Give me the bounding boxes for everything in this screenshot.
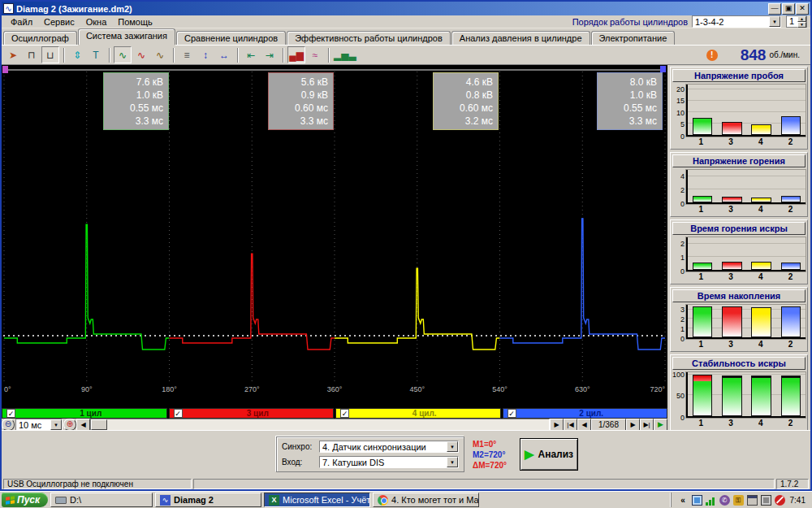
warning-icon: ! xyxy=(706,50,718,61)
chevron-down-icon[interactable]: ▼ xyxy=(447,441,458,452)
plot-area xyxy=(686,305,806,339)
pulse-dual-icon[interactable]: ∿ xyxy=(151,46,169,63)
edge-falling-icon[interactable]: ⊔ xyxy=(41,46,59,63)
menu-windows[interactable]: Окна xyxy=(80,16,113,28)
network-signal-icon[interactable] xyxy=(706,495,716,506)
plot-area xyxy=(686,170,806,204)
compress-vertical-icon[interactable]: ⇕ xyxy=(68,46,86,63)
menu-file[interactable]: Файл xyxy=(5,16,38,28)
chevron-down-icon[interactable]: ▼ xyxy=(769,16,780,27)
app-window-tray-icon[interactable] xyxy=(747,495,758,506)
checkbox-checked-icon[interactable]: ✓ xyxy=(508,409,516,418)
panel-header-button[interactable]: Напряжение горения xyxy=(672,154,806,167)
tab-oscilloscope[interactable]: Осциллограф xyxy=(3,31,77,45)
tab-cylinder-comparison[interactable]: Сравнение цилиндров xyxy=(176,31,286,45)
shift-signal-right-icon[interactable]: ⇥ xyxy=(261,46,279,63)
cylinder-toggle-3[interactable]: ✓ 3 цил xyxy=(169,408,335,419)
spinner-down-icon[interactable]: ▼ xyxy=(797,22,806,28)
histogram-icon[interactable]: ▂▅▃ xyxy=(333,46,351,63)
monitor-tray-icon[interactable] xyxy=(761,495,771,506)
keys-icon[interactable]: ⚿ xyxy=(733,495,744,506)
bar-cyl-2 xyxy=(781,263,801,270)
checkbox-checked-icon[interactable]: ✓ xyxy=(6,409,15,418)
waveform-plot: 0°90°180°270°360°450°540°630°720° xyxy=(2,65,667,408)
timebase-select[interactable]: 10 мс ▼ xyxy=(15,419,63,431)
menu-help[interactable]: Помощь xyxy=(112,16,158,28)
zoom-out-button[interactable]: ⊖ xyxy=(2,419,15,431)
oscilloscope-view[interactable]: 0°90°180°270°360°450°540°630°720° 7.6 кВ… xyxy=(2,65,667,408)
address-toolbar-drive-d[interactable]: D:\ xyxy=(50,493,153,507)
gridline xyxy=(688,89,806,89)
panel-header-button[interactable]: Время накопления xyxy=(672,289,806,302)
taskbar: Пуск D:\ ∿ Diamag 2 X Microsoft Excel - … xyxy=(0,491,812,508)
tab-cylinder-pressure[interactable]: Анализ давления в цилиндре xyxy=(451,31,590,45)
toolbar-separator xyxy=(173,48,175,63)
cylinder-toggle-2[interactable]: ✓ 2 цил. xyxy=(503,408,668,419)
prev-page-button[interactable]: ◀ xyxy=(577,419,591,431)
gridline xyxy=(688,256,806,257)
cylinder-toggle-4[interactable]: ✓ 4 цил. xyxy=(335,408,501,419)
amplitude-measure-icon[interactable]: ↕ xyxy=(197,46,214,63)
tab-power-supply[interactable]: Электропитание xyxy=(591,31,676,45)
period-measure-icon[interactable]: T xyxy=(87,46,105,63)
scrollbar-thumb[interactable] xyxy=(91,419,107,430)
first-page-button[interactable]: |◀ xyxy=(564,419,577,431)
panel-header-button[interactable]: Напряжение пробоя xyxy=(672,69,806,82)
restore-button[interactable]: ▣ xyxy=(782,3,795,15)
svg-text:630°: 630° xyxy=(575,385,590,393)
menu-service[interactable]: Сервис xyxy=(38,16,80,28)
minimize-button[interactable]: — xyxy=(768,3,781,15)
window-title: Diamag 2 (Зажигание.dm2) xyxy=(16,4,767,14)
close-button[interactable]: ✕ xyxy=(796,3,809,15)
tab-ignition-system[interactable]: Система зажигания xyxy=(78,28,175,45)
viber-icon[interactable]: ✆ xyxy=(719,495,730,506)
start-button[interactable]: Пуск xyxy=(2,493,48,507)
task-diamag[interactable]: ∿ Diamag 2 xyxy=(155,493,261,507)
y-tick-label: 50 xyxy=(676,392,685,400)
panel-header-button[interactable]: Время горения искры xyxy=(672,222,806,235)
info-box-cyl-1: 7.6 кВ1.0 кВ 0.55 мс3.3 мс xyxy=(103,72,169,130)
dashed-levels-icon[interactable]: ≡ xyxy=(178,46,196,63)
scroll-right-button[interactable]: ▶ xyxy=(550,419,564,431)
waves-overlay-icon[interactable]: ≈ xyxy=(306,46,324,63)
horizontal-scrollbar[interactable] xyxy=(90,419,550,431)
spinner-up-icon[interactable]: ▲ xyxy=(797,16,806,22)
shift-signal-left-icon[interactable]: ⇤ xyxy=(242,46,260,63)
volume-muted-icon[interactable] xyxy=(775,495,785,506)
next-page-button[interactable]: ▶ xyxy=(626,419,640,431)
firing-order-select[interactable]: 1-3-4-2 ▼ xyxy=(692,15,781,28)
play-button[interactable]: ▶ xyxy=(654,419,667,431)
tray-overflow-icon[interactable] xyxy=(678,495,689,506)
display-settings-icon[interactable] xyxy=(692,495,702,506)
panel-spark-burn-time: Время горения искры 012 1342 xyxy=(670,219,808,284)
signal-select-icon[interactable]: ➤ xyxy=(4,46,22,63)
chevron-down-icon[interactable]: ▼ xyxy=(447,457,458,467)
x-category-label: 2 xyxy=(788,340,793,349)
checkbox-checked-icon[interactable]: ✓ xyxy=(340,409,349,418)
tab-cylinder-efficiency[interactable]: Эффективность работы цилиндров xyxy=(287,31,451,45)
width-measure-icon[interactable]: ↔ xyxy=(215,46,233,63)
x-axis-labels: 1342 xyxy=(686,271,806,282)
scroll-left-button[interactable]: ◀ xyxy=(76,419,90,431)
cylinder-toggle-1[interactable]: ✓ 1 цил xyxy=(2,408,167,419)
panel-header-button[interactable]: Стабильность искры xyxy=(672,357,806,370)
task-excel[interactable]: X Microsoft Excel - Учёт р... xyxy=(264,493,370,507)
bar-analysis-icon[interactable]: ▄▆ xyxy=(287,46,305,63)
task-browser[interactable]: 4. Кто могет тот и Маг.... xyxy=(373,493,479,507)
x-category-label: 3 xyxy=(728,340,733,349)
sync-source-select[interactable]: 4. Датчик синхронизации ▼ xyxy=(319,441,459,453)
bar-cyl-4 xyxy=(751,198,771,202)
zoom-in-button[interactable]: ⊕ xyxy=(63,419,76,431)
app-window: ∿ Diamag 2 (Зажигание.dm2) — ▣ ✕ Файл Се… xyxy=(0,0,812,491)
cylinder-count-spinner[interactable]: 1 ▲▼ xyxy=(786,15,807,28)
chevron-down-icon[interactable]: ▼ xyxy=(50,419,62,430)
checkbox-checked-icon[interactable]: ✓ xyxy=(174,409,183,418)
last-page-button[interactable]: ▶| xyxy=(640,419,654,431)
analyze-button[interactable]: ▶ Анализ xyxy=(520,438,578,471)
page-indicator: 1/368 xyxy=(591,419,626,431)
edge-rising-icon[interactable]: ⊓ xyxy=(23,46,41,63)
oscilloscope-column: 0°90°180°270°360°450°540°630°720° 7.6 кВ… xyxy=(2,65,667,430)
pulse-red-icon[interactable]: ∿ xyxy=(132,46,150,63)
pulse-green-icon[interactable]: ∿ xyxy=(114,46,132,63)
input-source-select[interactable]: 7. Катушки DIS ▼ xyxy=(319,456,459,468)
